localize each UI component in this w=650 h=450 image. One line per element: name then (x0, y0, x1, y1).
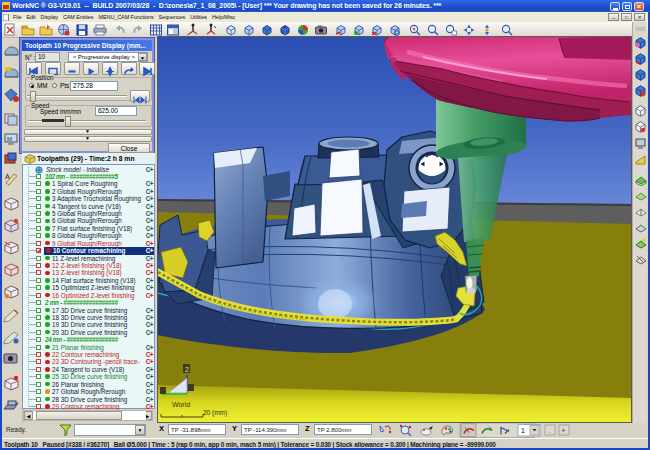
svg-text:1: 1 (521, 427, 525, 434)
svg-text:20 (mm): 20 (mm) (203, 409, 227, 417)
svg-text:+: + (561, 427, 565, 434)
svg-text:A: A (5, 173, 10, 180)
svg-text:World: World (172, 401, 190, 408)
svg-text:M: M (7, 136, 12, 142)
svg-text:2: 2 (185, 366, 189, 373)
